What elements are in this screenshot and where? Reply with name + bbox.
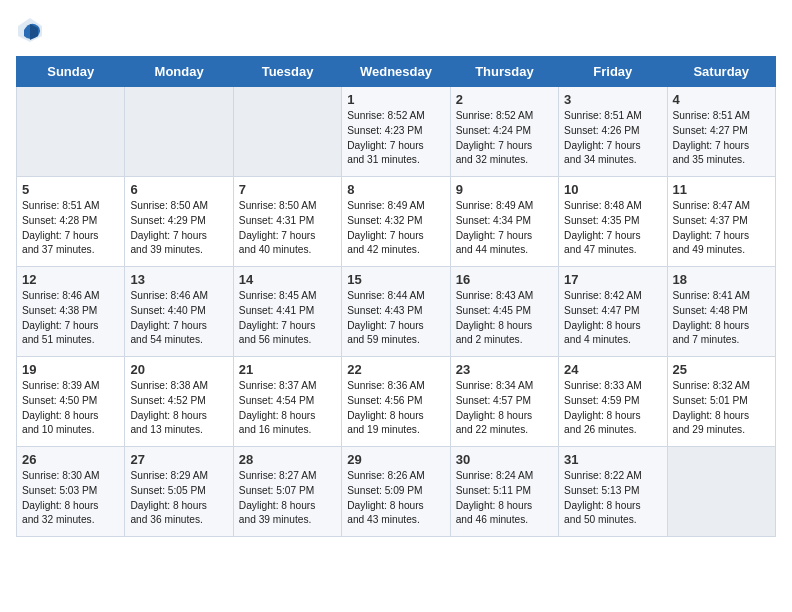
day-content: Sunrise: 8:48 AM Sunset: 4:35 PM Dayligh… [564, 199, 661, 258]
calendar-week-row: 1Sunrise: 8:52 AM Sunset: 4:23 PM Daylig… [17, 87, 776, 177]
day-content: Sunrise: 8:50 AM Sunset: 4:29 PM Dayligh… [130, 199, 227, 258]
day-number: 25 [673, 362, 770, 377]
calendar-header-row: SundayMondayTuesdayWednesdayThursdayFrid… [17, 57, 776, 87]
day-number: 16 [456, 272, 553, 287]
calendar-cell: 20Sunrise: 8:38 AM Sunset: 4:52 PM Dayli… [125, 357, 233, 447]
day-content: Sunrise: 8:41 AM Sunset: 4:48 PM Dayligh… [673, 289, 770, 348]
day-content: Sunrise: 8:27 AM Sunset: 5:07 PM Dayligh… [239, 469, 336, 528]
calendar-cell: 10Sunrise: 8:48 AM Sunset: 4:35 PM Dayli… [559, 177, 667, 267]
day-content: Sunrise: 8:30 AM Sunset: 5:03 PM Dayligh… [22, 469, 119, 528]
calendar-cell: 9Sunrise: 8:49 AM Sunset: 4:34 PM Daylig… [450, 177, 558, 267]
day-number: 9 [456, 182, 553, 197]
calendar-cell: 13Sunrise: 8:46 AM Sunset: 4:40 PM Dayli… [125, 267, 233, 357]
day-number: 18 [673, 272, 770, 287]
day-content: Sunrise: 8:47 AM Sunset: 4:37 PM Dayligh… [673, 199, 770, 258]
calendar-cell: 3Sunrise: 8:51 AM Sunset: 4:26 PM Daylig… [559, 87, 667, 177]
calendar-cell: 17Sunrise: 8:42 AM Sunset: 4:47 PM Dayli… [559, 267, 667, 357]
day-content: Sunrise: 8:49 AM Sunset: 4:34 PM Dayligh… [456, 199, 553, 258]
calendar-cell: 8Sunrise: 8:49 AM Sunset: 4:32 PM Daylig… [342, 177, 450, 267]
calendar-week-row: 5Sunrise: 8:51 AM Sunset: 4:28 PM Daylig… [17, 177, 776, 267]
calendar-header-friday: Friday [559, 57, 667, 87]
logo [16, 16, 46, 44]
day-content: Sunrise: 8:44 AM Sunset: 4:43 PM Dayligh… [347, 289, 444, 348]
day-content: Sunrise: 8:51 AM Sunset: 4:26 PM Dayligh… [564, 109, 661, 168]
day-number: 13 [130, 272, 227, 287]
day-number: 12 [22, 272, 119, 287]
calendar-cell: 24Sunrise: 8:33 AM Sunset: 4:59 PM Dayli… [559, 357, 667, 447]
calendar-cell [233, 87, 341, 177]
calendar-cell: 22Sunrise: 8:36 AM Sunset: 4:56 PM Dayli… [342, 357, 450, 447]
day-content: Sunrise: 8:50 AM Sunset: 4:31 PM Dayligh… [239, 199, 336, 258]
day-number: 26 [22, 452, 119, 467]
calendar-header-sunday: Sunday [17, 57, 125, 87]
day-number: 4 [673, 92, 770, 107]
calendar-cell: 31Sunrise: 8:22 AM Sunset: 5:13 PM Dayli… [559, 447, 667, 537]
calendar-cell [667, 447, 775, 537]
calendar-cell: 23Sunrise: 8:34 AM Sunset: 4:57 PM Dayli… [450, 357, 558, 447]
calendar-cell: 27Sunrise: 8:29 AM Sunset: 5:05 PM Dayli… [125, 447, 233, 537]
day-content: Sunrise: 8:36 AM Sunset: 4:56 PM Dayligh… [347, 379, 444, 438]
day-content: Sunrise: 8:34 AM Sunset: 4:57 PM Dayligh… [456, 379, 553, 438]
day-content: Sunrise: 8:46 AM Sunset: 4:38 PM Dayligh… [22, 289, 119, 348]
day-content: Sunrise: 8:43 AM Sunset: 4:45 PM Dayligh… [456, 289, 553, 348]
day-number: 27 [130, 452, 227, 467]
calendar-cell: 28Sunrise: 8:27 AM Sunset: 5:07 PM Dayli… [233, 447, 341, 537]
day-number: 20 [130, 362, 227, 377]
calendar-cell: 30Sunrise: 8:24 AM Sunset: 5:11 PM Dayli… [450, 447, 558, 537]
day-number: 31 [564, 452, 661, 467]
calendar-cell: 1Sunrise: 8:52 AM Sunset: 4:23 PM Daylig… [342, 87, 450, 177]
calendar-header-tuesday: Tuesday [233, 57, 341, 87]
calendar-cell: 29Sunrise: 8:26 AM Sunset: 5:09 PM Dayli… [342, 447, 450, 537]
calendar-header-saturday: Saturday [667, 57, 775, 87]
calendar-cell: 2Sunrise: 8:52 AM Sunset: 4:24 PM Daylig… [450, 87, 558, 177]
calendar-header-monday: Monday [125, 57, 233, 87]
day-number: 21 [239, 362, 336, 377]
calendar-cell: 16Sunrise: 8:43 AM Sunset: 4:45 PM Dayli… [450, 267, 558, 357]
day-number: 10 [564, 182, 661, 197]
calendar-cell: 14Sunrise: 8:45 AM Sunset: 4:41 PM Dayli… [233, 267, 341, 357]
day-content: Sunrise: 8:38 AM Sunset: 4:52 PM Dayligh… [130, 379, 227, 438]
calendar-header-wednesday: Wednesday [342, 57, 450, 87]
calendar-cell: 26Sunrise: 8:30 AM Sunset: 5:03 PM Dayli… [17, 447, 125, 537]
day-content: Sunrise: 8:52 AM Sunset: 4:24 PM Dayligh… [456, 109, 553, 168]
day-content: Sunrise: 8:51 AM Sunset: 4:27 PM Dayligh… [673, 109, 770, 168]
calendar-week-row: 12Sunrise: 8:46 AM Sunset: 4:38 PM Dayli… [17, 267, 776, 357]
day-number: 6 [130, 182, 227, 197]
day-number: 2 [456, 92, 553, 107]
day-content: Sunrise: 8:24 AM Sunset: 5:11 PM Dayligh… [456, 469, 553, 528]
calendar-cell: 6Sunrise: 8:50 AM Sunset: 4:29 PM Daylig… [125, 177, 233, 267]
day-number: 14 [239, 272, 336, 287]
calendar-cell: 19Sunrise: 8:39 AM Sunset: 4:50 PM Dayli… [17, 357, 125, 447]
day-number: 11 [673, 182, 770, 197]
day-content: Sunrise: 8:49 AM Sunset: 4:32 PM Dayligh… [347, 199, 444, 258]
day-number: 7 [239, 182, 336, 197]
day-number: 28 [239, 452, 336, 467]
calendar-cell [17, 87, 125, 177]
day-content: Sunrise: 8:39 AM Sunset: 4:50 PM Dayligh… [22, 379, 119, 438]
calendar-cell: 4Sunrise: 8:51 AM Sunset: 4:27 PM Daylig… [667, 87, 775, 177]
day-content: Sunrise: 8:26 AM Sunset: 5:09 PM Dayligh… [347, 469, 444, 528]
logo-icon [16, 16, 44, 44]
day-number: 8 [347, 182, 444, 197]
day-content: Sunrise: 8:32 AM Sunset: 5:01 PM Dayligh… [673, 379, 770, 438]
day-content: Sunrise: 8:51 AM Sunset: 4:28 PM Dayligh… [22, 199, 119, 258]
day-number: 15 [347, 272, 444, 287]
page-header [16, 16, 776, 44]
day-number: 1 [347, 92, 444, 107]
calendar-cell: 7Sunrise: 8:50 AM Sunset: 4:31 PM Daylig… [233, 177, 341, 267]
calendar-cell: 18Sunrise: 8:41 AM Sunset: 4:48 PM Dayli… [667, 267, 775, 357]
calendar-cell: 21Sunrise: 8:37 AM Sunset: 4:54 PM Dayli… [233, 357, 341, 447]
day-content: Sunrise: 8:52 AM Sunset: 4:23 PM Dayligh… [347, 109, 444, 168]
day-number: 30 [456, 452, 553, 467]
day-number: 5 [22, 182, 119, 197]
day-content: Sunrise: 8:33 AM Sunset: 4:59 PM Dayligh… [564, 379, 661, 438]
calendar-week-row: 19Sunrise: 8:39 AM Sunset: 4:50 PM Dayli… [17, 357, 776, 447]
calendar-cell: 11Sunrise: 8:47 AM Sunset: 4:37 PM Dayli… [667, 177, 775, 267]
calendar-week-row: 26Sunrise: 8:30 AM Sunset: 5:03 PM Dayli… [17, 447, 776, 537]
calendar-table: SundayMondayTuesdayWednesdayThursdayFrid… [16, 56, 776, 537]
day-number: 17 [564, 272, 661, 287]
day-number: 3 [564, 92, 661, 107]
calendar-cell: 15Sunrise: 8:44 AM Sunset: 4:43 PM Dayli… [342, 267, 450, 357]
calendar-header-thursday: Thursday [450, 57, 558, 87]
day-content: Sunrise: 8:37 AM Sunset: 4:54 PM Dayligh… [239, 379, 336, 438]
